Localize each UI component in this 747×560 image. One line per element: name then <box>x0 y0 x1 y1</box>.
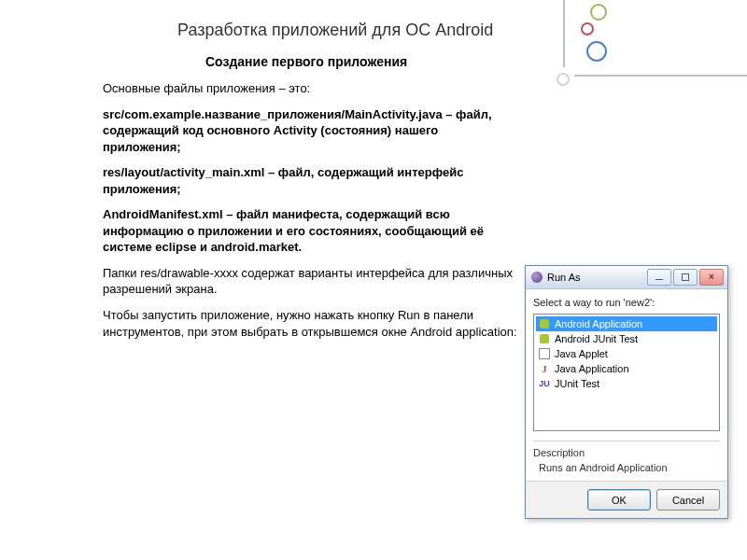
list-item[interactable]: JUJUnit Test <box>536 376 717 391</box>
dialog-prompt: Select a way to run 'new2': <box>526 289 727 314</box>
list-item[interactable]: JJava Application <box>536 361 717 376</box>
close-button[interactable]: × <box>699 269 724 286</box>
paragraph: res/layout/activity_main.xml – файл, сод… <box>103 164 514 197</box>
dialog-title: Run As <box>547 272 647 283</box>
applet-icon <box>538 347 551 360</box>
cancel-button[interactable]: Cancel <box>656 489 720 511</box>
android-icon <box>538 332 551 345</box>
paragraph: Чтобы запустить приложение, нужно нажать… <box>103 307 532 340</box>
paragraph: Основные файлы приложения – это: <box>103 80 514 97</box>
junit-icon: JU <box>538 377 551 390</box>
java-icon: J <box>538 362 551 375</box>
run-as-dialog: Run As × Select a way to run 'new2': And… <box>525 265 728 519</box>
run-config-list[interactable]: Android ApplicationAndroid JUnit TestJav… <box>533 314 720 431</box>
eclipse-icon <box>531 272 543 283</box>
list-item-label: Java Application <box>555 363 629 374</box>
maximize-button[interactable] <box>673 269 698 286</box>
paragraph: src/com.example.название_приложения/Main… <box>103 106 514 156</box>
page-subtitle: Создание первого приложения <box>205 54 407 69</box>
ok-button[interactable]: OK <box>587 489 651 511</box>
paragraph: Папки res/drawable-xxxx содержат вариант… <box>103 265 532 298</box>
android-icon <box>538 317 551 330</box>
list-item-label: Android JUnit Test <box>555 333 638 344</box>
list-item[interactable]: Android JUnit Test <box>536 331 717 346</box>
description-section: Description Runs an Android Application <box>533 441 720 481</box>
header-decoration <box>542 0 747 103</box>
body-text: Основные файлы приложения – это: src/com… <box>103 80 514 349</box>
dialog-footer: OK Cancel <box>526 481 727 518</box>
dialog-titlebar[interactable]: Run As × <box>526 266 727 289</box>
description-label: Description <box>533 447 720 458</box>
list-item[interactable]: Android Application <box>536 316 717 331</box>
list-item[interactable]: Java Applet <box>536 346 717 361</box>
list-item-label: JUnit Test <box>555 378 599 389</box>
page-title: Разработка приложений для ОС Android <box>177 21 493 40</box>
minimize-button[interactable] <box>647 269 671 286</box>
description-text: Runs an Android Application <box>533 462 720 481</box>
list-item-label: Java Applet <box>555 348 608 359</box>
paragraph: AndroidManifest.xml – файл манифеста, со… <box>103 206 514 256</box>
list-item-label: Android Application <box>555 318 642 329</box>
